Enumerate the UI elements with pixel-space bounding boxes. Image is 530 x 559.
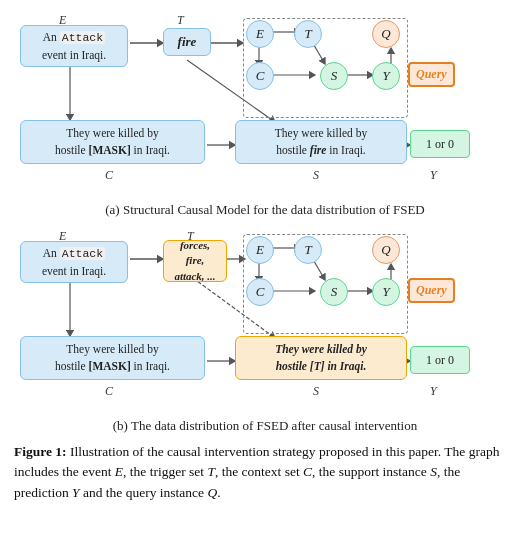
circle-y-a: Y [372, 62, 400, 90]
e-label-a: E [59, 13, 66, 28]
e-label-b: E [59, 229, 66, 244]
figure-label: Figure 1: [14, 444, 67, 459]
trigger-node-a: fire [163, 28, 211, 56]
context-node-a: They were killed byhostile [MASK] in Ira… [20, 120, 205, 164]
circle-e-b: E [246, 236, 274, 264]
query-label-b: Query [408, 278, 455, 303]
circle-c-a: C [246, 62, 274, 90]
caption-b: (b) The data distribution of FSED after … [14, 418, 516, 434]
context-node-b: They were killed byhostile [MASK] in Ira… [20, 336, 205, 380]
fig-Q: Q [207, 485, 217, 500]
circle-e-a: E [246, 20, 274, 48]
circle-c-b: C [246, 278, 274, 306]
support-node-b: They were killed byhostile [T] in Iraqi. [235, 336, 407, 380]
result-node-b: 1 or 0 [410, 346, 470, 374]
circle-q-a: Q [372, 20, 400, 48]
circle-t-a: T [294, 20, 322, 48]
figure-text-7: . [217, 485, 220, 500]
result-node-a: 1 or 0 [410, 130, 470, 158]
c-label-a: C [105, 168, 113, 183]
s-label-b: S [313, 384, 319, 399]
query-label-a: Query [408, 62, 455, 87]
figure-text-3: , the context set [215, 464, 303, 479]
c-label-b: C [105, 384, 113, 399]
figure-text-6: and the query instance [80, 485, 208, 500]
figure-text-2: , the trigger set [123, 464, 207, 479]
circle-s-a: S [320, 62, 348, 90]
t-label-a: T [177, 13, 184, 28]
circle-y-b: Y [372, 278, 400, 306]
diagram-a-area: An Attackevent in Iraqi. E fire T E T C … [15, 10, 515, 200]
trigger-node-b: forces, fire,attack, ... [163, 240, 227, 282]
support-node-a: They were killed byhostile fire in Iraqi… [235, 120, 407, 164]
circle-s-b: S [320, 278, 348, 306]
fig-C: C [303, 464, 312, 479]
fig-Y: Y [72, 485, 80, 500]
fig-T: T [207, 464, 215, 479]
event-node-a: An Attackevent in Iraqi. [20, 25, 128, 67]
y-label-a: Y [430, 168, 437, 183]
caption-a: (a) Structural Causal Model for the data… [14, 202, 516, 218]
event-node-b: An Attackevent in Iraqi. [20, 241, 128, 283]
y-label-b: Y [430, 384, 437, 399]
s-label-a: S [313, 168, 319, 183]
diagram-b: An Attackevent in Iraqi. E forces, fire,… [14, 226, 516, 434]
circle-t-b: T [294, 236, 322, 264]
fig-E: E [115, 464, 123, 479]
fig-S: S [430, 464, 437, 479]
figure-caption: Figure 1: Illustration of the causal int… [14, 442, 516, 503]
diagram-b-area: An Attackevent in Iraqi. E forces, fire,… [15, 226, 515, 416]
figure-text-4: , the support instance [312, 464, 430, 479]
t-label-b: T [187, 229, 194, 244]
circle-q-b: Q [372, 236, 400, 264]
diagram-a: An Attackevent in Iraqi. E fire T E T C … [14, 10, 516, 218]
